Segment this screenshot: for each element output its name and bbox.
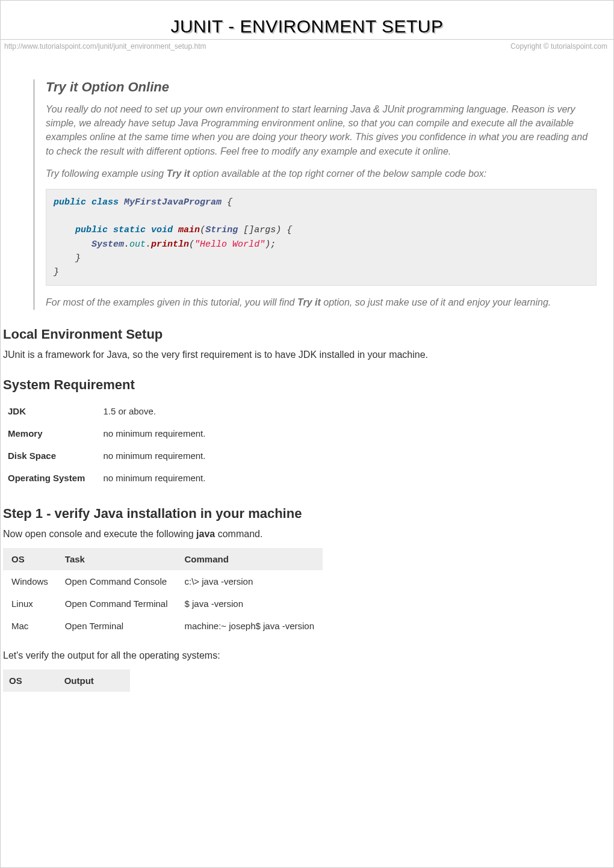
- println: println: [151, 239, 189, 250]
- out-hdr-os: OS: [3, 669, 58, 692]
- table-header-row: OS Task Command: [3, 548, 323, 570]
- arg: args: [254, 225, 276, 235]
- fn-main: main: [178, 225, 200, 235]
- out-hdr-output: Output: [58, 669, 130, 692]
- str-hello: "Hello World": [194, 239, 265, 250]
- tryit-para2: Try following example using Try it optio…: [46, 167, 597, 180]
- tryit-para2-post: option available at the top right corner…: [190, 168, 487, 179]
- req-value: 1.5 or above.: [98, 400, 219, 422]
- output-table: OS Output: [3, 669, 130, 692]
- table-row: Disk Space no minimum requirement.: [3, 445, 219, 467]
- cell-cmd: machine:~ joseph$ java -version: [176, 615, 323, 637]
- step1-text-pre: Now open console and execute the followi…: [3, 529, 196, 539]
- cell-task: Open Command Terminal: [57, 593, 176, 615]
- table-row: Linux Open Command Terminal $ java -vers…: [3, 593, 323, 615]
- brace-open2: {: [287, 225, 292, 235]
- cell-os: Windows: [3, 570, 57, 593]
- page-container: JUNIT - ENVIRONMENT SETUP http://www.tut…: [0, 0, 614, 868]
- tryit-heading: Try it Option Online: [46, 79, 597, 95]
- cell-os: Mac: [3, 615, 57, 637]
- tryit-para3: For most of the examples given in this t…: [46, 295, 597, 309]
- tryit-para1: You really do not need to set up your ow…: [46, 102, 597, 158]
- dot2: .: [146, 239, 151, 250]
- step1-heading: Step 1 - verify Java installation in you…: [3, 506, 611, 522]
- local-env-text: JUnit is a framework for Java, so the ve…: [3, 349, 611, 360]
- tryit-para2-pre: Try following example using: [46, 168, 167, 179]
- close-paren: );: [265, 239, 276, 250]
- cell-task: Open Command Console: [57, 570, 176, 593]
- paren-open: (: [200, 225, 205, 235]
- hdr-os: OS: [3, 548, 57, 570]
- brace-close1: }: [75, 253, 81, 263]
- req-label: Disk Space: [3, 445, 98, 467]
- hdr-task: Task: [57, 548, 176, 570]
- sys: System: [91, 239, 124, 250]
- source-url[interactable]: http://www.tutorialspoint.com/junit/juni…: [4, 42, 206, 51]
- tryit-para2-bold: Try it: [167, 168, 190, 179]
- req-label: Operating System: [3, 467, 98, 489]
- sys-req-table: JDK 1.5 or above. Memory no minimum requ…: [3, 400, 219, 489]
- copyright-text: Copyright © tutorialspoint.com: [510, 42, 607, 51]
- local-env-heading: Local Environment Setup: [3, 327, 611, 342]
- title-wrap: JUNIT - ENVIRONMENT SETUP: [1, 1, 613, 40]
- paren-close: ): [276, 225, 281, 235]
- tryit-para3-pre: For most of the examples given in this t…: [46, 297, 297, 307]
- table-header-row: OS Output: [3, 669, 130, 692]
- tryit-block: Try it Option Online You really do not n…: [33, 79, 604, 310]
- code-sample: public class MyFirstJavaProgram { public…: [46, 189, 597, 286]
- out: out: [129, 239, 146, 250]
- kw-class: class: [91, 197, 119, 208]
- kw-public: public: [54, 197, 86, 208]
- kw-void: void: [151, 225, 173, 235]
- table-row: JDK 1.5 or above.: [3, 400, 219, 422]
- step1-text: Now open console and execute the followi…: [3, 529, 611, 540]
- arr: []: [243, 225, 254, 235]
- sys-req-heading: System Requirement: [3, 377, 611, 393]
- cell-cmd: c:\> java -version: [176, 570, 323, 593]
- kw-static: static: [113, 225, 146, 235]
- cell-task: Open Terminal: [57, 615, 176, 637]
- table-row: Operating System no minimum requirement.: [3, 467, 219, 489]
- table-row: Mac Open Terminal machine:~ joseph$ java…: [3, 615, 323, 637]
- type-string: String: [205, 225, 238, 235]
- cell-cmd: $ java -version: [176, 593, 323, 615]
- req-label: Memory: [3, 422, 98, 445]
- command-table: OS Task Command Windows Open Command Con…: [3, 548, 323, 637]
- brace-open: {: [227, 197, 232, 208]
- req-value: no minimum requirement.: [98, 467, 219, 489]
- meta-row: http://www.tutorialspoint.com/junit/juni…: [1, 40, 613, 51]
- step1-text-bold: java: [196, 529, 215, 539]
- tryit-para3-bold: Try it: [297, 297, 321, 307]
- hdr-command: Command: [176, 548, 323, 570]
- table-row: Memory no minimum requirement.: [3, 422, 219, 445]
- kw-public2: public: [75, 225, 108, 235]
- brace-close2: }: [54, 267, 59, 277]
- paren-open2: (: [189, 239, 194, 250]
- req-value: no minimum requirement.: [98, 422, 219, 445]
- req-value: no minimum requirement.: [98, 445, 219, 467]
- step1-text-post: command.: [215, 529, 262, 539]
- req-label: JDK: [3, 400, 98, 422]
- content: Try it Option Online You really do not n…: [1, 51, 613, 698]
- class-name: MyFirstJavaProgram: [124, 197, 222, 208]
- cell-os: Linux: [3, 593, 57, 615]
- tryit-para3-post: option, so just make use of it and enjoy…: [321, 297, 551, 307]
- page-title: JUNIT - ENVIRONMENT SETUP: [1, 16, 613, 39]
- verify-text: Let's verify the output for all the oper…: [3, 650, 611, 661]
- dot1: .: [124, 239, 129, 250]
- table-row: Windows Open Command Console c:\> java -…: [3, 570, 323, 593]
